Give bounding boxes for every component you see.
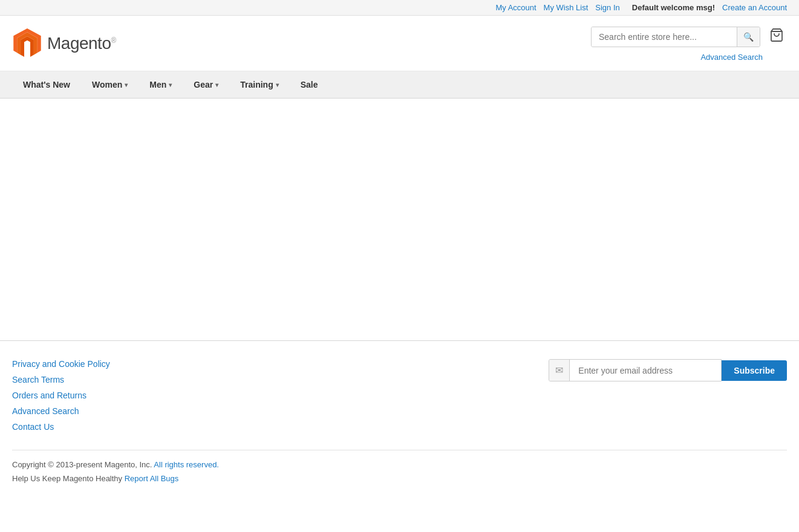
newsletter-email-input[interactable] — [570, 361, 721, 380]
footer-inner: Privacy and Cookie Policy Search Terms O… — [12, 359, 787, 432]
welcome-message: Default welcome msg! — [632, 3, 715, 12]
nav-label-men: Men — [149, 80, 166, 89]
main-content — [0, 99, 799, 340]
nav-label-gear: Gear — [194, 80, 213, 89]
header-advanced-search-link[interactable]: Advanced Search — [700, 53, 763, 62]
nav-item-gear[interactable]: Gear ▾ — [183, 71, 229, 98]
all-rights-link[interactable]: All rights reserved. — [152, 460, 219, 469]
cart-icon — [769, 28, 784, 46]
my-account-link[interactable]: My Account — [495, 3, 536, 12]
search-input[interactable] — [592, 27, 737, 47]
main-nav: What's New Women ▾ Men ▾ Gear ▾ Training… — [0, 71, 799, 99]
search-button[interactable]: 🔍 — [737, 27, 760, 47]
footer-privacy-link[interactable]: Privacy and Cookie Policy — [12, 359, 110, 369]
nav-item-sale[interactable]: Sale — [290, 71, 329, 98]
nav-item-women[interactable]: Women ▾ — [81, 71, 139, 98]
newsletter-input-wrap: ✉ — [549, 359, 722, 381]
footer-links: Privacy and Cookie Policy Search Terms O… — [12, 359, 110, 432]
nav-item-men[interactable]: Men ▾ — [139, 71, 183, 98]
footer-search-terms-link[interactable]: Search Terms — [12, 375, 110, 384]
chevron-down-icon-gear: ▾ — [215, 82, 218, 88]
footer-contact-us-link[interactable]: Contact Us — [12, 422, 110, 432]
nav-label-sale: Sale — [301, 80, 318, 89]
nav-item-whats-new[interactable]: What's New — [12, 71, 81, 98]
nav-label-women: Women — [92, 80, 122, 89]
magento-logo-icon — [12, 28, 42, 59]
create-account-link[interactable]: Create an Account — [722, 3, 787, 12]
logo-link[interactable]: Magento® — [12, 28, 116, 59]
site-header: Magento® 🔍 Advanced Search — [0, 16, 799, 71]
subscribe-button[interactable]: Subscribe — [722, 360, 787, 381]
site-footer: Privacy and Cookie Policy Search Terms O… — [0, 340, 799, 500]
nav-item-training[interactable]: Training ▾ — [229, 71, 289, 98]
chevron-down-icon-men: ▾ — [169, 82, 172, 88]
footer-orders-returns-link[interactable]: Orders and Returns — [12, 391, 110, 400]
header-right: 🔍 Advanced Search — [591, 25, 787, 62]
search-area: 🔍 — [591, 25, 787, 49]
help-text: Help Us Keep Magento Healthy Report All … — [12, 474, 787, 483]
search-icon: 🔍 — [743, 32, 754, 42]
my-wish-list-link[interactable]: My Wish List — [544, 3, 589, 12]
nav-label-whats-new: What's New — [23, 80, 70, 89]
search-box: 🔍 — [591, 27, 760, 47]
nav-label-training: Training — [240, 80, 273, 89]
chevron-down-icon-women: ▾ — [125, 82, 128, 88]
top-bar: My Account My Wish List Sign In Default … — [0, 0, 799, 16]
report-bugs-link[interactable]: Report All Bugs — [125, 474, 179, 483]
sign-in-link[interactable]: Sign In — [595, 3, 619, 12]
footer-advanced-search-link[interactable]: Advanced Search — [12, 406, 110, 416]
newsletter-area: ✉ Subscribe — [549, 359, 787, 381]
cart-button[interactable] — [766, 25, 787, 49]
email-icon: ✉ — [549, 360, 570, 381]
chevron-down-icon-training: ▾ — [276, 82, 279, 88]
copyright-text: Copyright © 2013-present Magento, Inc. A… — [12, 460, 787, 469]
logo-text: Magento® — [47, 34, 116, 53]
footer-bottom: Copyright © 2013-present Magento, Inc. A… — [12, 450, 787, 483]
